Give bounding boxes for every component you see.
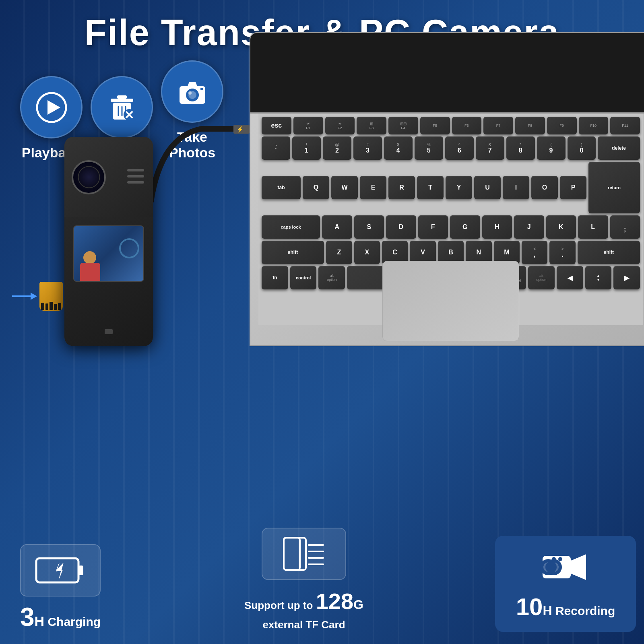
pin-1	[41, 303, 44, 310]
key-alt-option-right[interactable]: alt option	[528, 266, 555, 289]
key-control[interactable]: control	[290, 266, 317, 289]
key-f7[interactable]: F7	[483, 117, 513, 134]
key-j[interactable]: J	[514, 215, 544, 239]
key-f10[interactable]: F10	[579, 117, 609, 134]
keyboard-num-row: ~` !1 @2 #3 $4 %5 ^6 &7 *8 (9 )0 delete	[262, 136, 640, 160]
key-delete[interactable]: delete	[598, 136, 640, 160]
key-l[interactable]: L	[578, 215, 608, 239]
charging-desc: Charging	[47, 615, 101, 628]
key-shift-right[interactable]: shift	[578, 241, 640, 264]
key-z[interactable]: Z	[326, 241, 352, 264]
key-1[interactable]: !1	[292, 136, 321, 160]
key-w[interactable]: W	[331, 176, 358, 199]
key-x[interactable]: X	[354, 241, 380, 264]
key-5[interactable]: %5	[415, 136, 443, 160]
sd-card-icon	[39, 282, 63, 311]
key-tilde[interactable]: ~`	[262, 136, 290, 160]
lens-inner	[78, 166, 100, 188]
key-h[interactable]: H	[482, 215, 512, 239]
playback-icon-circle	[20, 76, 83, 138]
svg-point-31	[552, 557, 556, 561]
key-4[interactable]: $4	[384, 136, 413, 160]
key-esc[interactable]: esc	[262, 117, 291, 134]
key-d[interactable]: D	[386, 215, 416, 239]
key-f9[interactable]: F9	[547, 117, 577, 134]
key-i[interactable]: I	[503, 176, 529, 199]
key-9[interactable]: (9	[537, 136, 566, 160]
trackpad[interactable]	[382, 261, 519, 341]
camera-device	[64, 137, 153, 346]
key-f4[interactable]: ⊞⊞F4	[388, 117, 418, 134]
charging-unit: H	[35, 613, 45, 629]
pin-2	[45, 303, 49, 310]
key-6[interactable]: ^6	[445, 136, 474, 160]
delete-icon-circle	[91, 76, 153, 138]
storage-icon-box	[262, 528, 346, 580]
key-tab[interactable]: tab	[262, 176, 301, 199]
key-semicolon[interactable]: :;	[610, 215, 640, 239]
key-return[interactable]: return	[588, 162, 640, 213]
key-f6[interactable]: F6	[452, 117, 482, 134]
key-q[interactable]: Q	[303, 176, 329, 199]
key-u[interactable]: U	[474, 176, 501, 199]
laptop-screen	[250, 33, 644, 114]
laptop-body: esc ☀F1 ☀F2 ⊞F3 ⊞⊞F4 F5 F6 F7 F8 F9 F10 …	[250, 32, 644, 346]
key-y[interactable]: Y	[446, 176, 472, 199]
camera-top	[64, 137, 153, 217]
svg-rect-18	[78, 566, 83, 575]
key-2[interactable]: @2	[323, 136, 351, 160]
key-fn[interactable]: fn	[262, 266, 288, 289]
key-7[interactable]: &7	[476, 136, 504, 160]
recording-label: 10H Recording	[516, 593, 615, 621]
keyboard-asdf-row: caps lock A S D F G H J K L :;	[262, 215, 640, 239]
keyboard-fn-row: esc ☀F1 ☀F2 ⊞F3 ⊞⊞F4 F5 F6 F7 F8 F9 F10 …	[262, 117, 640, 134]
key-0[interactable]: )0	[568, 136, 596, 160]
key-arrow-left[interactable]: ◀	[557, 266, 583, 289]
key-r[interactable]: R	[388, 176, 415, 199]
key-arrow-right[interactable]: ▶	[613, 266, 640, 289]
laptop: esc ☀F1 ☀F2 ⊞F3 ⊞⊞F4 F5 F6 F7 F8 F9 F10 …	[229, 32, 644, 366]
key-8[interactable]: *8	[506, 136, 535, 160]
svg-rect-15	[200, 88, 203, 90]
storage-label: Support up to 128Gexternal TF Card	[244, 586, 363, 632]
key-a[interactable]: A	[322, 215, 352, 239]
key-s[interactable]: S	[354, 215, 384, 239]
key-k[interactable]: K	[546, 215, 576, 239]
recording-unit: H	[543, 603, 552, 618]
key-f[interactable]: F	[418, 215, 448, 239]
key-t[interactable]: T	[417, 176, 444, 199]
sd-card-arrow	[12, 295, 32, 297]
arrow-head	[31, 293, 37, 300]
key-f1[interactable]: ☀F1	[293, 117, 323, 134]
key-p[interactable]: P	[560, 176, 586, 199]
key-shift-left[interactable]: shift	[262, 241, 324, 264]
key-e[interactable]: E	[360, 176, 386, 199]
key-3[interactable]: #3	[353, 136, 382, 160]
key-capslock[interactable]: caps lock	[262, 215, 320, 239]
stripe-2	[127, 175, 144, 178]
play-icon	[35, 91, 68, 124]
key-comma[interactable]: <,	[522, 241, 547, 264]
svg-rect-4	[117, 95, 127, 99]
charging-label: 3H Charging	[20, 602, 101, 632]
key-f5[interactable]: F5	[420, 117, 450, 134]
main-content: File Transfer & PC Camera Playback	[0, 0, 644, 644]
stripe-1	[127, 169, 144, 171]
key-alt-option[interactable]: alt option	[318, 266, 345, 289]
key-f3[interactable]: ⊞F3	[357, 117, 386, 134]
charging-number: 3	[20, 603, 35, 632]
feature-storage: Support up to 128Gexternal TF Card	[121, 528, 487, 632]
key-o[interactable]: O	[531, 176, 558, 199]
key-period[interactable]: >.	[549, 241, 575, 264]
key-g[interactable]: G	[450, 215, 480, 239]
feature-take-photos: Take Photos	[157, 60, 227, 161]
stripe-3	[127, 181, 144, 184]
key-f8[interactable]: F8	[515, 117, 545, 134]
pin-3	[50, 302, 53, 310]
sd-card-pins	[41, 301, 61, 310]
key-f11[interactable]: F11	[610, 117, 640, 134]
key-arrow-up-down[interactable]: ▲ ▼	[585, 266, 612, 289]
trash-icon	[106, 91, 138, 124]
key-f2[interactable]: ☀F2	[325, 117, 355, 134]
storage-unit: G	[353, 597, 363, 612]
